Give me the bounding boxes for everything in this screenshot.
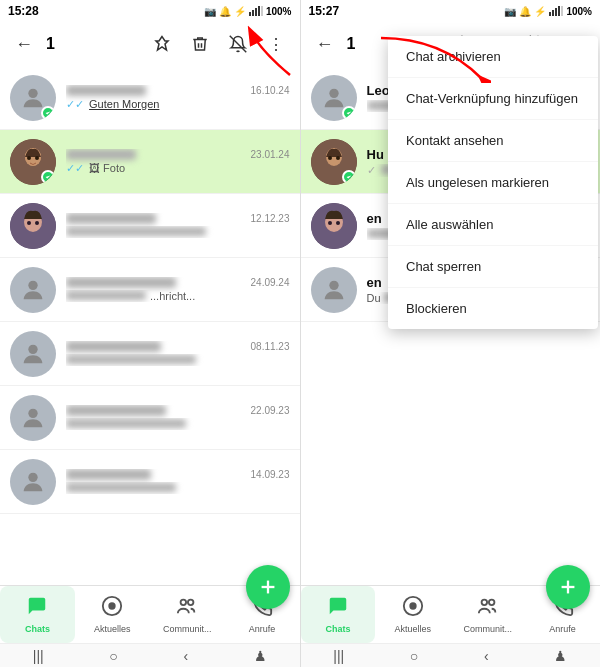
left-avatar-5 — [10, 331, 56, 377]
right-nav-chats[interactable]: Chats — [301, 586, 376, 643]
left-nav-anrufe-label: Anrufe — [249, 624, 276, 634]
left-avatar-4 — [10, 267, 56, 313]
left-mute-button[interactable] — [222, 28, 254, 60]
left-sys-recents[interactable]: ♟ — [254, 648, 267, 664]
left-chats-icon — [26, 595, 48, 622]
left-fab-button[interactable] — [246, 565, 290, 609]
left-nav-chats[interactable]: Chats — [0, 586, 75, 643]
left-delete-button[interactable] — [184, 28, 216, 60]
right-fab-button[interactable] — [546, 565, 590, 609]
right-dropdown-select-all[interactable]: Alle auswählen — [388, 204, 598, 246]
svg-point-18 — [28, 408, 37, 417]
svg-point-40 — [336, 221, 340, 225]
svg-point-23 — [110, 603, 116, 609]
left-chat-item-7[interactable]: 14.09.23 — [0, 450, 300, 514]
right-sys-recents[interactable]: ♟ — [554, 648, 567, 664]
left-selection-count: 1 — [46, 35, 140, 53]
right-dropdown-block-chat[interactable]: Chat sperren — [388, 246, 598, 288]
right-dropdown-view-contact[interactable]: Kontakt ansehen — [388, 120, 598, 162]
right-online-badge-1 — [342, 106, 356, 120]
right-dropdown-shortcut[interactable]: Chat-Verknüpfung hinzufügen — [388, 78, 598, 120]
left-chat-item-4[interactable]: 24.09.24 ...hricht... — [0, 258, 300, 322]
right-nav-aktuelles-label: Aktuelles — [395, 624, 432, 634]
left-chat-preview-5 — [66, 354, 256, 366]
right-dropdown-block[interactable]: Blockieren — [388, 288, 598, 329]
left-chat-item-3[interactable]: 12.12.23 — [0, 194, 300, 258]
left-more-button[interactable]: ⋮ — [260, 28, 292, 60]
left-panel: 15:28 📷 🔔 ⚡ 100% ← 1 ⋮ — [0, 0, 300, 667]
left-chat-preview-3 — [66, 226, 256, 238]
left-sys-nav: ||| ○ ‹ ♟ — [0, 643, 300, 667]
right-tick-2: ✓ — [367, 164, 376, 176]
right-chats-icon — [327, 595, 349, 622]
left-chat-item-5[interactable]: 08.11.23 — [0, 322, 300, 386]
svg-rect-30 — [561, 6, 563, 16]
left-chat-name-2 — [66, 149, 136, 160]
left-nav-community[interactable]: Communit... — [150, 586, 225, 643]
left-chat-name-4 — [66, 277, 176, 288]
left-tick-1: ✓✓ — [66, 98, 84, 110]
left-chat-preview-1: ✓✓ Guten Morgen — [66, 98, 256, 111]
left-nav-aktuelles[interactable]: Aktuelles — [75, 586, 150, 643]
right-time: 15:27 — [309, 4, 340, 18]
svg-rect-0 — [249, 12, 251, 16]
svg-point-15 — [35, 221, 39, 225]
left-chat-preview-2: ✓✓ 🖼 Foto — [66, 162, 256, 175]
svg-rect-2 — [255, 8, 257, 16]
right-community-icon — [477, 595, 499, 622]
right-nav-community[interactable]: Communit... — [450, 586, 525, 643]
svg-point-47 — [489, 600, 495, 606]
left-chat-info-3: 12.12.23 — [66, 213, 290, 238]
left-chat-info-4: 24.09.24 ...hricht... — [66, 277, 290, 302]
svg-point-39 — [328, 221, 332, 225]
right-status-icons: 📷 🔔 ⚡ 100% — [504, 6, 592, 17]
svg-point-25 — [188, 600, 194, 606]
right-sys-menu[interactable]: ||| — [333, 648, 344, 664]
left-sys-back[interactable]: ‹ — [183, 648, 188, 664]
right-sys-home[interactable]: ○ — [410, 648, 418, 664]
left-status-icons: 📷 🔔 ⚡ 100% — [204, 6, 292, 17]
right-dropdown-archive[interactable]: Chat archivieren — [388, 36, 598, 78]
left-chat-preview-7 — [66, 482, 256, 494]
left-chat-date-4: 24.09.24 — [251, 277, 290, 288]
right-nav-aktuelles[interactable]: Aktuelles — [375, 586, 450, 643]
right-avatar-2 — [311, 139, 357, 185]
right-aktuelles-icon — [402, 595, 424, 622]
right-back-button[interactable]: ← — [309, 28, 341, 60]
left-chat-preview-6 — [66, 418, 256, 430]
left-chat-date-2: 23.01.24 — [251, 149, 290, 160]
left-chat-date-3: 12.12.23 — [251, 213, 290, 224]
svg-rect-4 — [261, 6, 263, 16]
svg-point-19 — [28, 472, 37, 481]
left-avatar-2 — [10, 139, 56, 185]
left-chat-name-6 — [66, 405, 166, 416]
svg-point-46 — [481, 600, 487, 606]
svg-point-41 — [329, 280, 338, 289]
svg-point-45 — [410, 603, 416, 609]
left-chat-item-2[interactable]: 23.01.24 ✓✓ 🖼 Foto — [0, 130, 300, 194]
svg-line-5 — [229, 36, 246, 53]
left-back-button[interactable]: ← — [8, 28, 40, 60]
left-pin-button[interactable] — [146, 28, 178, 60]
right-sys-back[interactable]: ‹ — [484, 648, 489, 664]
left-tick-2: ✓✓ — [66, 162, 84, 174]
right-dropdown-mark-unread[interactable]: Als ungelesen markieren — [388, 162, 598, 204]
svg-point-16 — [28, 280, 37, 289]
signal-icon — [249, 6, 263, 16]
left-avatar-7 — [10, 459, 56, 505]
left-status-bar: 15:28 📷 🔔 ⚡ 100% — [0, 0, 300, 22]
left-chat-item-6[interactable]: 22.09.23 — [0, 386, 300, 450]
left-chat-info-2: 23.01.24 ✓✓ 🖼 Foto — [66, 149, 290, 175]
left-sys-menu[interactable]: ||| — [33, 648, 44, 664]
left-chat-name-3 — [66, 213, 156, 224]
right-chat-name-4: en — [367, 275, 382, 290]
svg-point-6 — [28, 88, 37, 97]
left-sys-home[interactable]: ○ — [109, 648, 117, 664]
left-avatar-3 — [10, 203, 56, 249]
right-chat-name-1: Leo — [367, 83, 390, 98]
svg-point-32 — [329, 88, 338, 97]
left-chat-item-1[interactable]: 16.10.24 ✓✓ Guten Morgen — [0, 66, 300, 130]
right-nav-anrufe-label: Anrufe — [549, 624, 576, 634]
svg-point-17 — [28, 344, 37, 353]
left-nav-aktuelles-label: Aktuelles — [94, 624, 131, 634]
